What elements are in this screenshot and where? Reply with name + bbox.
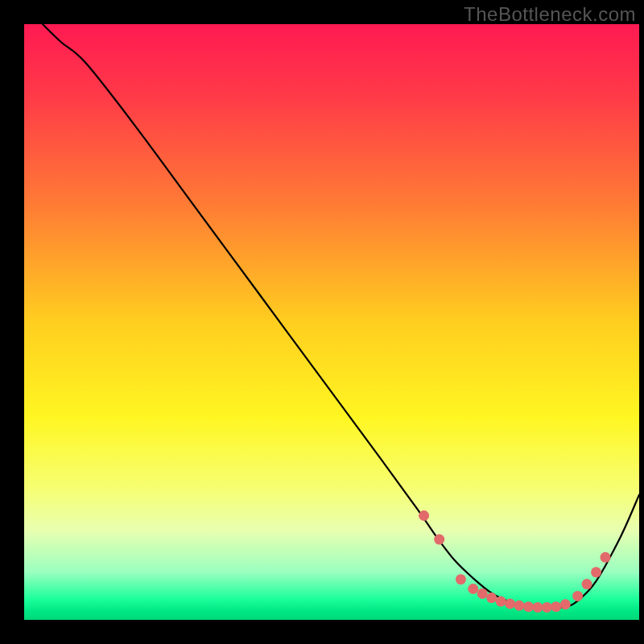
marker-point <box>514 601 525 611</box>
marker-point <box>572 591 583 601</box>
marker-point <box>505 599 515 609</box>
marker-point <box>560 599 571 609</box>
marker-point <box>419 510 429 521</box>
marker-point <box>456 574 466 584</box>
marker-point <box>582 579 592 589</box>
plot-background <box>24 24 639 620</box>
marker-point <box>551 601 561 612</box>
marker-point <box>434 535 444 545</box>
marker-point <box>477 588 488 599</box>
marker-point <box>542 602 552 613</box>
chart-container: TheBottleneck.com <box>0 0 644 644</box>
marker-point <box>591 567 601 577</box>
marker-point <box>496 597 506 607</box>
marker-point <box>468 584 478 594</box>
marker-point <box>600 552 610 563</box>
marker-point <box>532 602 543 613</box>
watermark-text: TheBottleneck.com <box>464 3 636 26</box>
marker-point <box>486 592 497 603</box>
marker-point <box>523 601 534 612</box>
bottleneck-chart <box>0 0 644 644</box>
